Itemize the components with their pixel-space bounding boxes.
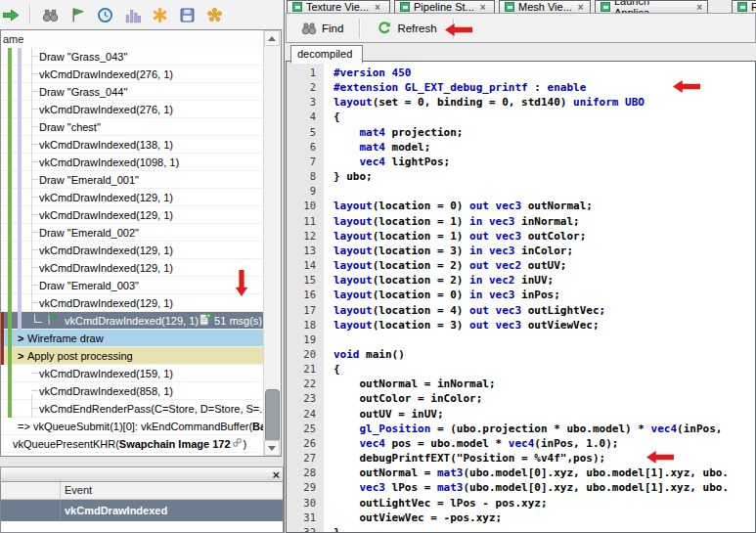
extensions-plugin-icon[interactable] [205, 6, 223, 23]
code-line[interactable]: 24 outUV = inUV; [287, 407, 755, 422]
dock-tab[interactable]: Launch Applica...× [595, 0, 708, 13]
event-row[interactable]: vkCmdDrawIndexed(129, 1) [1, 259, 264, 277]
line-number: 3 [287, 95, 324, 110]
event-row[interactable]: Draw "Emerald_002" [1, 224, 264, 242]
code-line[interactable]: 29 vec3 lPos = mat3(ubo.model[0].xyz, ub… [287, 480, 755, 495]
scroll-down-button[interactable] [264, 440, 280, 456]
find-button-label: Find [322, 22, 343, 34]
event-row[interactable]: vkCmdDrawIndexed(129, 1) [1, 242, 264, 259]
event-tree-scrollbar[interactable] [263, 30, 281, 456]
shader-code-editor[interactable]: 1#version 4502#extension GL_EXT_debug_pr… [286, 61, 756, 533]
code-line[interactable]: 22 outNormal = inNormal; [287, 377, 755, 391]
code-line[interactable]: 10layout(location = 0) out vec3 outNorma… [287, 199, 755, 213]
event-row[interactable]: vkCmdDrawIndexed(276, 1) [1, 66, 264, 83]
event-row[interactable]: vkCmdDrawIndexed(1098, 1) [1, 154, 264, 171]
event-row-label: Draw "Grass_043" [39, 51, 127, 63]
code-text: layout(location = 0) out vec3 outNormal; [324, 200, 593, 212]
code-line[interactable]: 11layout(location = 1) in vec3 inNormal; [287, 214, 755, 229]
close-icon[interactable]: × [696, 2, 702, 13]
code-line[interactable]: 6 mat4 model; [287, 140, 755, 155]
code-line[interactable]: 1#version 450 [287, 66, 755, 80]
event-row[interactable]: vkCmdDrawIndexed(858, 1) [1, 382, 264, 400]
code-line[interactable]: 21{ [287, 362, 755, 377]
code-line[interactable]: 26 vec4 pos = ubo.model * vec4(inPos, 1.… [287, 436, 755, 451]
renderdoc-window: ame Draw "Grass_043"vkCmdDrawIndexed(276… [0, 0, 756, 533]
code-line[interactable]: 14layout(location = 2) out vec2 outUV; [287, 258, 755, 273]
code-line[interactable]: 5 mat4 projection; [287, 125, 755, 140]
event-row[interactable]: vkCmdDrawIndexed(129, 1)51 msg(s) [1, 312, 264, 330]
event-row[interactable]: vkCmdDrawIndexed(159, 1) [1, 365, 264, 382]
event-row[interactable]: => vkQueueSubmit(1)[0]: vkEndCommandBuff… [1, 418, 264, 435]
find-binoculars-icon[interactable] [41, 6, 59, 23]
scroll-thumb[interactable] [265, 389, 280, 442]
statistics-bars-icon[interactable] [123, 6, 141, 23]
highlight-asterisk-icon[interactable] [151, 6, 168, 23]
code-line[interactable]: 7 vec4 lightPos; [287, 155, 755, 169]
shader-toolbar: Find Refresh [286, 13, 756, 43]
code-line[interactable]: 17layout(location = 4) out vec3 outLight… [287, 303, 755, 318]
event-row[interactable]: Draw "Grass_044" [1, 83, 264, 101]
refresh-button[interactable]: Refresh [370, 18, 443, 39]
event-row[interactable]: vkCmdDrawIndexed(129, 1) [1, 189, 264, 206]
event-row[interactable]: vkCmdDrawIndexed(129, 1) [1, 206, 264, 224]
event-row-label: vkCmdDrawIndexed(858, 1) [39, 385, 173, 397]
event-row[interactable]: vkCmdDrawIndexed(129, 1) [1, 294, 264, 312]
code-line[interactable]: 25 gl_Position = (ubo.projection * ubo.m… [287, 422, 755, 436]
close-icon[interactable]: × [375, 2, 380, 13]
goto-event-arrow-icon[interactable] [2, 6, 20, 23]
event-detail-titlebar: × [0, 466, 284, 482]
code-line[interactable]: 13layout(location = 3) in vec3 inColor; [287, 244, 755, 258]
line-number: 10 [287, 199, 324, 213]
event-row[interactable]: Draw "Emerald_001" [1, 171, 264, 189]
dock-tab[interactable]: Pipeline St...× [394, 0, 495, 13]
event-row[interactable]: Draw "chest" [1, 118, 264, 136]
code-line[interactable]: 16layout(location = 0) in vec3 inPos; [287, 288, 755, 302]
save-floppy-icon[interactable] [178, 6, 196, 23]
event-detail-col-event: Event [61, 482, 283, 499]
code-line[interactable]: 19 [287, 333, 755, 347]
find-button[interactable]: Find [294, 18, 350, 39]
code-line[interactable]: 32} [287, 525, 755, 533]
line-number: 29 [287, 480, 324, 495]
dock-tab[interactable]: Mesh Vie...× [499, 0, 591, 13]
code-line[interactable]: 3layout(set = 0, binding = 0, std140) un… [287, 95, 755, 110]
event-row[interactable]: vkCmdDrawIndexed(138, 1) [1, 136, 264, 154]
event-row[interactable]: >Wireframe draw [1, 330, 264, 347]
red-arrow-left-line27 [646, 451, 674, 466]
code-line[interactable]: 4{ [287, 110, 755, 124]
event-row[interactable]: >Apply post processing [1, 347, 264, 365]
code-line[interactable]: 28 outNormal = mat3(ubo.model[0].xyz, ub… [287, 466, 755, 480]
event-row[interactable]: vkQueuePresentKHR(Swapchain Image 172) [1, 435, 264, 453]
code-line[interactable]: 8} ubo; [287, 169, 755, 184]
close-icon[interactable]: × [272, 467, 280, 482]
code-text: layout(location = 3) in vec3 inColor; [324, 244, 573, 257]
tab-decompiled[interactable]: decompiled [290, 45, 363, 64]
event-row[interactable]: Draw "Emerald_003" [1, 277, 264, 294]
close-icon[interactable]: × [480, 2, 486, 13]
code-line[interactable]: 12layout(location = 1) out vec3 outColor… [287, 229, 755, 244]
code-text: outUV = inUV; [324, 408, 444, 421]
event-row[interactable]: vkCmdEndRenderPass(C=Store, D=Store, S=.… [1, 400, 264, 418]
code-line[interactable]: 9 [287, 184, 755, 199]
event-row-label: vkCmdDrawIndexed(129, 1) [39, 244, 173, 256]
event-row[interactable]: vkCmdDrawIndexed(276, 1) [1, 101, 264, 118]
red-arrow-down-event [235, 270, 248, 298]
code-line[interactable]: 20void main() [287, 347, 755, 362]
line-number: 27 [287, 451, 324, 466]
event-detail-selected-row[interactable]: vkCmdDrawIndexed [1, 500, 283, 521]
marker-bar-purple [18, 48, 22, 330]
code-line[interactable]: 27 debugPrintfEXT("Position = %v4f",pos)… [287, 451, 755, 466]
bookmark-flag-icon[interactable] [68, 6, 86, 23]
scroll-up-button[interactable] [264, 30, 280, 46]
code-text: layout(location = 4) out vec3 outLightVe… [324, 304, 605, 317]
dock-tab[interactable]: Res... [732, 0, 756, 13]
code-line[interactable]: 23 outColor = inColor; [287, 391, 755, 406]
code-line[interactable]: 18layout(location = 3) out vec3 outViewV… [287, 318, 755, 333]
code-line[interactable]: 31 outViewVec = -pos.xyz; [287, 511, 755, 525]
dock-tab[interactable]: Texture Vie...× [287, 0, 390, 13]
close-icon[interactable]: × [578, 2, 584, 13]
timer-clock-icon[interactable] [96, 6, 113, 23]
code-line[interactable]: 30 outLightVec = lPos - pos.xyz; [287, 496, 755, 511]
code-line[interactable]: 15layout(location = 2) in vec2 inUV; [287, 273, 755, 288]
event-row[interactable]: Draw "Grass_043" [1, 48, 264, 66]
